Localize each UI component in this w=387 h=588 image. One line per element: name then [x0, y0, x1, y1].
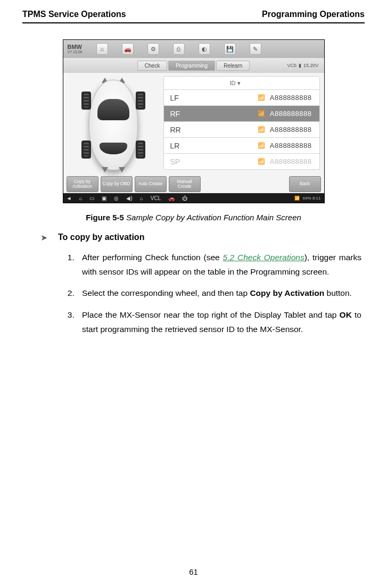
- system-nav-bar: ◄ ⌂ ▭ ▣ ◎ ◀) ⌂ VCL 🚗 ⏻ 📶 64% 8:11: [63, 193, 324, 203]
- sensor-id: A888888888: [270, 126, 312, 134]
- nav-sound-icon[interactable]: ◀): [126, 195, 132, 201]
- marker-rr-icon: [119, 167, 125, 172]
- brand-label: BMW: [68, 44, 83, 50]
- wheel-rf[interactable]: [136, 92, 145, 110]
- tab-relearn[interactable]: Relearn: [216, 61, 250, 71]
- nav-car-icon[interactable]: 🚗: [168, 195, 175, 201]
- auto-create-button[interactable]: Auto Create: [135, 176, 167, 192]
- link-check-operations[interactable]: 5.2 Check Operations: [223, 253, 304, 262]
- step-text: Place the MX-Sensor near the top right o…: [82, 310, 340, 319]
- nav-maxisys-icon[interactable]: ⌂: [140, 195, 143, 201]
- nav-vcl-icon[interactable]: VCL: [151, 195, 161, 201]
- wheel-lr[interactable]: [81, 140, 91, 159]
- pos-label: SP: [164, 158, 223, 166]
- wheel-lf[interactable]: [81, 92, 91, 110]
- pos-label: RF: [164, 110, 223, 118]
- app-top-bar: BMW V7.10.06 ⌂ 🚗 ⚙ ⎙ ◐ 💾 ✎: [63, 40, 324, 58]
- manual-create-button[interactable]: Manual Create: [169, 176, 201, 192]
- chevron-right-icon: ➤: [40, 233, 47, 243]
- table-row[interactable]: SP 📶A888888888: [163, 154, 320, 170]
- step-text: Select the corresponding wheel, and then…: [82, 288, 250, 297]
- figure-screenshot: BMW V7.10.06 ⌂ 🚗 ⚙ ⎙ ◐ 💾 ✎ Check Program…: [63, 39, 325, 203]
- nav-camera-icon[interactable]: ◎: [114, 195, 119, 201]
- tab-check[interactable]: Check: [137, 61, 167, 71]
- sensor-id: A888888888: [270, 158, 312, 165]
- table-row[interactable]: RR 📶A888888888: [163, 122, 320, 138]
- pos-label: LF: [164, 94, 223, 102]
- sensor-id: A888888888: [270, 110, 312, 118]
- settings-icon[interactable]: ⚙: [147, 43, 159, 55]
- back-button[interactable]: Back: [289, 176, 321, 192]
- vehicle-icon[interactable]: 🚗: [122, 43, 134, 55]
- edit-icon[interactable]: ✎: [250, 43, 261, 55]
- wheel-rr[interactable]: [136, 140, 145, 159]
- tab-programming[interactable]: Programming: [168, 61, 215, 71]
- nav-power-icon[interactable]: ⏻: [182, 195, 187, 201]
- table-row[interactable]: LF 📶A888888888: [163, 90, 320, 106]
- procedure-title: To copy by activation: [58, 233, 144, 243]
- vc-status: VCb ▮ 15.20V: [287, 63, 318, 68]
- signal-icon: 📶: [258, 94, 266, 101]
- vc-label: VCb: [287, 63, 297, 68]
- signal-icon: 📶: [258, 126, 266, 133]
- help-icon[interactable]: ◐: [199, 43, 210, 55]
- step-bold: OK: [340, 310, 352, 319]
- header-left: TPMS Service Operations: [22, 10, 126, 19]
- step-text: After performing Check function (see: [82, 253, 223, 262]
- car-body-icon: [89, 80, 138, 170]
- rearglass-icon: [100, 143, 127, 154]
- vehicle-brand: BMW V7.10.06: [68, 44, 83, 54]
- tab-row: Check Programming Relearn VCb ▮ 15.20V: [63, 58, 324, 73]
- home-icon[interactable]: ⌂: [96, 43, 108, 55]
- signal-icon: 📶: [258, 142, 266, 149]
- pos-label: RR: [164, 126, 223, 134]
- table-header-row[interactable]: ID ▾: [163, 76, 320, 90]
- page-number: 61: [0, 567, 387, 576]
- table-row[interactable]: LR 📶A888888888: [163, 138, 320, 154]
- sensor-id: A888888888: [270, 142, 312, 150]
- step-bold: Copy by Activation: [250, 288, 324, 297]
- status-wifi-icon: 📶: [294, 196, 300, 201]
- step-list: After performing Check function (see 5.2…: [77, 251, 361, 336]
- list-item: Select the corresponding wheel, and then…: [77, 286, 361, 301]
- list-item: Place the MX-Sensor near the top right o…: [77, 308, 361, 336]
- action-button-row: Copy by Activation Copy by OBD Auto Crea…: [67, 176, 321, 192]
- vc-voltage: 15.20V: [303, 63, 319, 68]
- step-text: button.: [324, 288, 352, 297]
- nav-recents-icon[interactable]: ▭: [89, 195, 94, 201]
- copy-by-obd-button[interactable]: Copy by OBD: [101, 176, 133, 192]
- version-label: V7.10.06: [68, 50, 83, 54]
- nav-back-icon[interactable]: ◄: [67, 195, 72, 201]
- save-icon[interactable]: 💾: [224, 43, 236, 55]
- windshield-icon: [97, 99, 129, 120]
- car-diagram[interactable]: [63, 73, 163, 177]
- figure-caption: Figure 5-5 Sample Copy by Activation Fun…: [22, 213, 365, 222]
- print-icon[interactable]: ⎙: [173, 43, 185, 55]
- caption-label: Figure 5-5: [86, 213, 124, 222]
- sensor-table: ID ▾ LF 📶A888888888 RF 📶A888888888 RR 📶A…: [163, 73, 324, 177]
- nav-home-icon[interactable]: ⌂: [79, 195, 82, 201]
- caption-text: Sample Copy by Activation Function Main …: [124, 213, 301, 222]
- battery-icon: ▮: [299, 63, 301, 68]
- header-rule: [22, 22, 365, 23]
- col-id-header[interactable]: ID ▾: [223, 80, 319, 87]
- pos-label: LR: [164, 142, 223, 150]
- table-row[interactable]: RF 📶A888888888: [163, 106, 320, 122]
- signal-icon: 📶: [258, 158, 266, 165]
- copy-by-activation-button[interactable]: Copy by Activation: [67, 176, 98, 192]
- signal-icon: 📶: [258, 110, 266, 117]
- status-time: 64% 8:11: [303, 196, 321, 201]
- list-item: After performing Check function (see 5.2…: [77, 251, 361, 279]
- nav-app-icon[interactable]: ▣: [102, 195, 106, 201]
- header-right: Programming Operations: [262, 10, 365, 19]
- marker-lr-icon: [102, 167, 108, 172]
- sensor-id: A888888888: [270, 94, 312, 102]
